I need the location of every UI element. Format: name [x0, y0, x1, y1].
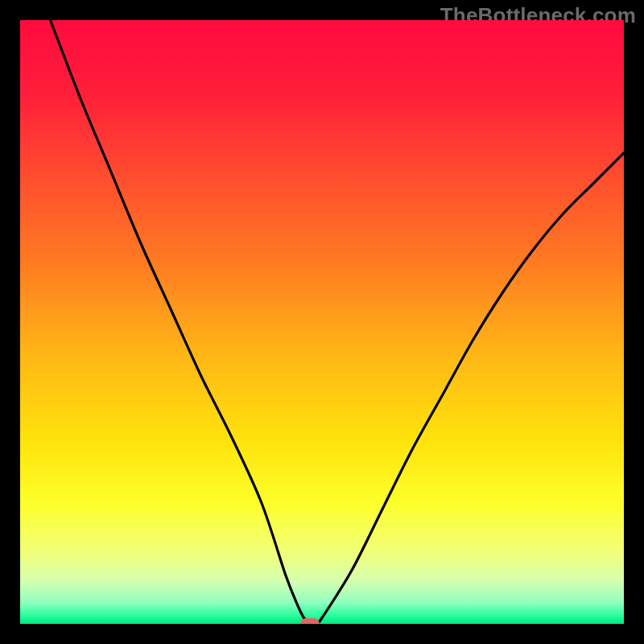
plot-background [20, 20, 624, 624]
optimum-marker [300, 618, 320, 624]
bottleneck-chart [20, 20, 624, 624]
chart-frame: TheBottleneck.com [0, 0, 644, 644]
